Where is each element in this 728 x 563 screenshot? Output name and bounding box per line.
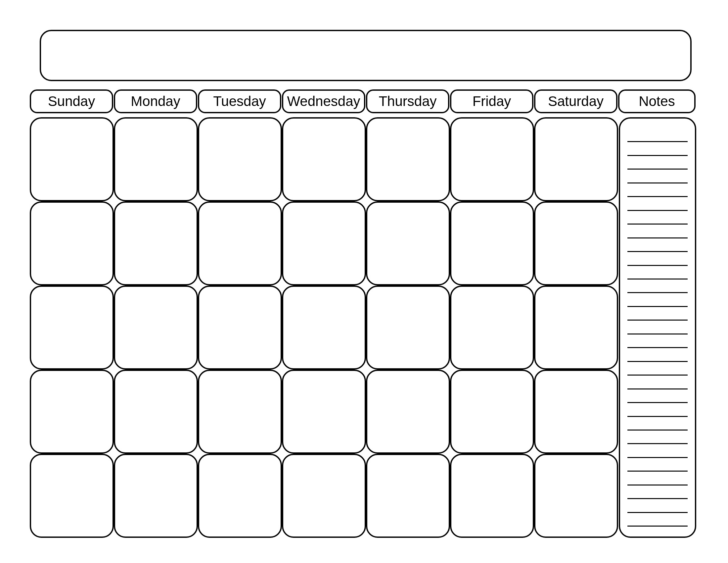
note-line[interactable] [627, 376, 688, 389]
note-line[interactable] [627, 362, 688, 376]
note-line[interactable] [627, 486, 688, 499]
day-cell[interactable] [282, 286, 366, 370]
day-cell[interactable] [30, 454, 114, 538]
day-cell[interactable] [534, 454, 618, 538]
header-row: Sunday Monday Tuesday Wednesday Thursday… [30, 89, 700, 113]
note-line[interactable] [627, 458, 688, 472]
day-cell[interactable] [450, 117, 534, 201]
note-line[interactable] [627, 321, 688, 334]
note-line[interactable] [627, 252, 688, 265]
day-cell[interactable] [198, 201, 282, 286]
note-line[interactable] [627, 403, 688, 417]
day-cell[interactable] [366, 117, 450, 201]
day-cell[interactable] [198, 454, 282, 538]
note-line[interactable] [627, 293, 688, 307]
note-line[interactable] [627, 142, 688, 156]
note-line[interactable] [627, 390, 688, 403]
header-tuesday: Tuesday [198, 89, 281, 113]
day-cell[interactable] [366, 370, 450, 454]
note-line[interactable] [627, 335, 688, 348]
note-line[interactable] [627, 279, 688, 293]
day-cell[interactable] [282, 201, 366, 286]
day-cell[interactable] [282, 370, 366, 454]
notes-panel[interactable] [619, 117, 696, 538]
day-cell[interactable] [450, 201, 534, 286]
day-cell[interactable] [198, 117, 282, 201]
day-cell[interactable] [450, 286, 534, 370]
day-cell[interactable] [114, 117, 198, 201]
day-cell[interactable] [30, 286, 114, 370]
note-line[interactable] [627, 307, 688, 321]
note-line[interactable] [627, 128, 688, 142]
note-line[interactable] [627, 156, 688, 169]
title-bar[interactable] [40, 30, 692, 81]
day-cell[interactable] [30, 117, 114, 201]
header-wednesday: Wednesday [282, 89, 365, 113]
note-line[interactable] [627, 348, 688, 362]
day-cell[interactable] [366, 201, 450, 286]
header-friday: Friday [450, 89, 533, 113]
day-cell[interactable] [198, 286, 282, 370]
note-line[interactable] [627, 224, 688, 238]
day-cell[interactable] [114, 454, 198, 538]
day-cell[interactable] [282, 117, 366, 201]
note-line[interactable] [627, 444, 688, 458]
header-sunday: Sunday [30, 89, 113, 113]
note-line[interactable] [627, 266, 688, 279]
day-cell[interactable] [30, 201, 114, 286]
day-cell[interactable] [114, 201, 198, 286]
note-line[interactable] [627, 211, 688, 224]
day-cell[interactable] [534, 370, 618, 454]
day-cell[interactable] [366, 286, 450, 370]
note-line[interactable] [627, 238, 688, 252]
day-cell[interactable] [534, 286, 618, 370]
note-line[interactable] [627, 513, 688, 527]
day-cell[interactable] [198, 370, 282, 454]
note-line[interactable] [627, 499, 688, 513]
day-cell[interactable] [114, 370, 198, 454]
header-thursday: Thursday [366, 89, 449, 113]
header-saturday: Saturday [534, 89, 617, 113]
note-line[interactable] [627, 472, 688, 485]
note-line[interactable] [627, 169, 688, 183]
day-cell[interactable] [366, 454, 450, 538]
day-cell[interactable] [450, 370, 534, 454]
header-monday: Monday [114, 89, 197, 113]
day-cell[interactable] [114, 286, 198, 370]
note-line[interactable] [627, 197, 688, 211]
calendar-template: Sunday Monday Tuesday Wednesday Thursday… [0, 0, 728, 563]
day-cell[interactable] [282, 454, 366, 538]
day-cell[interactable] [534, 117, 618, 201]
day-cell[interactable] [534, 201, 618, 286]
header-notes: Notes [618, 89, 696, 113]
day-cell[interactable] [30, 370, 114, 454]
note-line[interactable] [627, 183, 688, 197]
day-cell[interactable] [450, 454, 534, 538]
note-line[interactable] [627, 417, 688, 431]
note-line[interactable] [627, 431, 688, 444]
